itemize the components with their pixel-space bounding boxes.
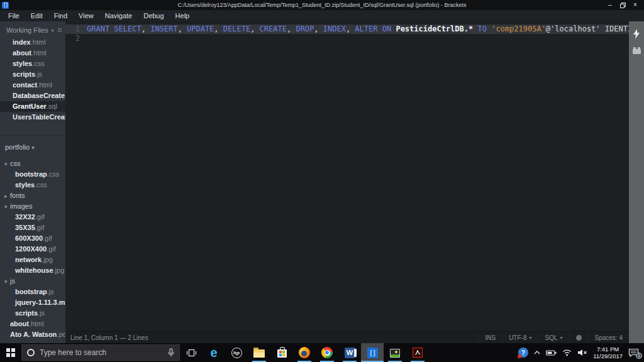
working-file-contact[interactable]: contact.html xyxy=(0,80,65,90)
taskbar-app-firefox[interactable] xyxy=(293,343,316,362)
working-files-header: Working Files xyxy=(0,21,65,37)
working-file-DatabaseCreate[interactable]: DatabaseCreate.sql xyxy=(0,90,65,101)
file-name: bootstrap xyxy=(15,170,47,178)
code-token: GRANT xyxy=(87,25,109,33)
code-token: , xyxy=(314,25,323,33)
taskbar-app-acrobat[interactable] xyxy=(406,343,429,362)
taskbar-app-chrome[interactable] xyxy=(316,343,338,362)
tree-item-network[interactable]: network.jpg xyxy=(0,255,65,265)
file-extension: .js xyxy=(35,70,42,78)
tree-item-jquery-1.11.3.min[interactable]: jquery-1.11.3.min xyxy=(0,297,65,308)
menu-navigate[interactable]: Navigate xyxy=(99,10,138,21)
tree-item-Ato A. Watson[interactable]: Ato A. Watson.pdf xyxy=(0,329,65,340)
chevron-down-icon: ▾ xyxy=(529,335,531,341)
tree-item-35X35[interactable]: 35X35.gif xyxy=(0,222,65,233)
taskbar-app-edge[interactable]: e xyxy=(203,343,225,362)
get-help-icon[interactable]: ? xyxy=(518,348,528,358)
menu-find[interactable]: Find xyxy=(48,10,73,21)
extension-manager-icon[interactable] xyxy=(633,49,641,54)
menu-debug[interactable]: Debug xyxy=(138,10,169,21)
file-extension: .css xyxy=(35,181,47,189)
tree-item-1200X400[interactable]: 1200X400.gif xyxy=(0,244,65,255)
hp-icon: hp xyxy=(231,348,242,358)
tree-item-whitehouse[interactable]: whitehouse.jpg xyxy=(0,265,65,276)
battery-icon[interactable] xyxy=(546,349,557,356)
code-token: ON xyxy=(382,25,391,33)
menu-edit[interactable]: Edit xyxy=(25,10,48,21)
working-file-styles[interactable]: styles.css xyxy=(0,58,65,69)
code-token: , xyxy=(250,25,259,33)
taskbar-search[interactable] xyxy=(21,344,180,361)
working-file-UsersTableCreate[interactable]: UsersTableCreate.sq xyxy=(0,112,65,123)
gear-icon[interactable] xyxy=(51,27,55,34)
code-editor[interactable]: 1GRANT SELECT, INSERT, UPDATE, DELETE, C… xyxy=(65,21,629,331)
file-name: styles xyxy=(15,181,35,189)
tree-item-css[interactable]: ▾css xyxy=(0,158,65,169)
folder-name: css xyxy=(10,160,21,167)
code-token: CREATE xyxy=(260,25,287,33)
taskbar-app-brackets[interactable]: [] xyxy=(361,343,384,362)
action-center-button[interactable]: 1 xyxy=(628,348,639,357)
brackets-app-icon: [] xyxy=(2,2,9,9)
tree-item-styles[interactable]: styles.css xyxy=(0,180,65,190)
microphone-icon[interactable] xyxy=(168,348,174,357)
tree-item-fonts[interactable]: ▸fonts xyxy=(0,190,65,201)
taskbar-app-store[interactable] xyxy=(270,343,293,362)
folder-name: fonts xyxy=(10,192,25,199)
code-line: 1GRANT SELECT, INSERT, UPDATE, DELETE, C… xyxy=(65,25,629,34)
encoding-selector[interactable]: UTF-8 ▾ xyxy=(502,332,538,343)
file-extension: .jpg xyxy=(42,256,53,263)
split-view-icon[interactable] xyxy=(58,27,62,33)
tree-item-js[interactable]: ▾js xyxy=(0,276,65,287)
lint-status[interactable] xyxy=(569,332,588,343)
minimize-button[interactable]: – xyxy=(605,1,615,9)
tree-item-about[interactable]: about.html xyxy=(0,319,65,329)
edge-icon: e xyxy=(210,346,217,359)
insert-mode-indicator[interactable]: INS xyxy=(478,332,502,343)
close-button[interactable]: × xyxy=(630,1,640,9)
tree-item-600X300[interactable]: 600X300.gif xyxy=(0,233,65,244)
word-icon: W xyxy=(345,348,355,358)
file-name: GrantUser xyxy=(13,102,47,110)
tree-item-bootstrap[interactable]: bootstrap.js xyxy=(0,287,65,297)
working-file-GrantUser[interactable]: GrantUser.sql xyxy=(0,101,65,112)
file-extension: .js xyxy=(47,288,54,295)
code-token: PesticideCtrlDB.* xyxy=(396,25,473,33)
start-button[interactable] xyxy=(0,343,21,362)
language-selector[interactable]: SQL ▾ xyxy=(538,332,569,343)
restore-button[interactable] xyxy=(618,1,628,9)
task-view-button[interactable] xyxy=(180,343,203,362)
firefox-icon xyxy=(299,347,310,358)
show-hidden-icons-chevron[interactable] xyxy=(534,351,540,354)
code-token: , xyxy=(346,25,355,33)
live-preview-icon[interactable] xyxy=(632,29,641,39)
indent-setting[interactable]: Spaces: 4 xyxy=(588,332,629,343)
clock-date: 11/29/2017 xyxy=(593,353,623,359)
menu-help[interactable]: Help xyxy=(170,10,196,21)
taskbar-app-hp[interactable]: hp xyxy=(225,343,248,362)
menu-view[interactable]: View xyxy=(73,10,99,21)
lint-status-icon xyxy=(576,335,582,341)
working-file-index[interactable]: index.html xyxy=(0,37,65,48)
working-file-about[interactable]: about.html xyxy=(0,48,65,58)
taskbar-app-word[interactable]: W xyxy=(338,343,361,362)
tree-item-images[interactable]: ▾images xyxy=(0,201,65,212)
file-extension: .jpg xyxy=(53,266,65,274)
volume-muted-icon[interactable] xyxy=(577,349,587,356)
wifi-icon[interactable] xyxy=(562,349,572,356)
tree-item-bootstrap[interactable]: bootstrap.css xyxy=(0,169,65,180)
file-extension: .css xyxy=(47,170,60,178)
tree-item-scripts[interactable]: scripts.js xyxy=(0,308,65,319)
working-file-scripts[interactable]: scripts.js xyxy=(0,69,65,80)
taskbar-app-photo-viewer[interactable] xyxy=(384,343,406,362)
folder-expanded-icon: ▾ xyxy=(4,277,10,287)
clock[interactable]: 7:41 PM 11/29/2017 xyxy=(593,346,623,359)
project-dropdown[interactable]: portfolio▾ xyxy=(0,141,65,153)
taskbar-app-file-explorer[interactable] xyxy=(248,343,270,362)
chevron-down-icon: ▾ xyxy=(560,335,563,341)
file-name: contact xyxy=(13,81,37,89)
title-bar: [] C:/Users/delroy123/AppData/Local/Temp… xyxy=(0,0,644,10)
menu-file[interactable]: File xyxy=(3,10,25,21)
search-input[interactable] xyxy=(40,348,163,357)
tree-item-32X32[interactable]: 32X32.gif xyxy=(0,212,65,222)
